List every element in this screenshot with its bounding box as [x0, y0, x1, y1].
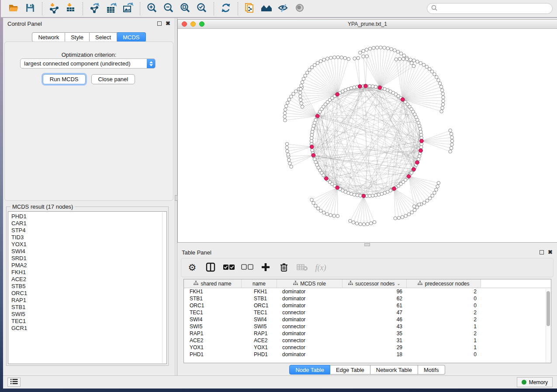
- select-all-button[interactable]: [223, 261, 235, 274]
- search-input[interactable]: [438, 6, 549, 12]
- tab-network-table[interactable]: Network Table: [370, 365, 418, 375]
- window-close-traffic-light[interactable]: [182, 21, 187, 27]
- table-row[interactable]: SWI5SWI5connector431: [184, 323, 551, 330]
- hide-selected-button[interactable]: [275, 1, 291, 16]
- mcds-result-list[interactable]: PHD1CAR1STP4TID3YOX1SWI4SRD1PMA2FKH1ACE2…: [8, 211, 167, 364]
- tab-node-table[interactable]: Node Table: [289, 365, 330, 375]
- floppy-disk-icon: [25, 3, 35, 14]
- optimization-criterion-select[interactable]: largest connected component (undirected): [20, 58, 156, 69]
- mcds-result-item[interactable]: GCR1: [11, 325, 166, 332]
- columns-icon: [205, 262, 216, 274]
- table-row[interactable]: YOX1YOX1connector291: [184, 344, 551, 351]
- table-row[interactable]: FKH1FKH1dominator962: [184, 288, 551, 295]
- table-cell: 1: [407, 337, 481, 344]
- table-row[interactable]: SWI4SWI4dominator462: [184, 316, 551, 323]
- mcds-result-item[interactable]: STB5: [11, 283, 166, 290]
- network-canvas[interactable]: [178, 29, 557, 242]
- apply-layout-button[interactable]: [218, 1, 234, 16]
- import-network-button[interactable]: [46, 1, 62, 16]
- table-tabs: Node TableEdge TableNetwork TableMotifs: [177, 365, 557, 375]
- sort-indicator-icon: ⌄: [397, 281, 400, 286]
- mcds-result-item[interactable]: SWI4: [11, 248, 166, 255]
- horizontal-splitter-grip[interactable]: [364, 243, 370, 246]
- close-panel-button[interactable]: Close panel: [91, 74, 135, 84]
- column-header-MCDS-role[interactable]: MCDS role: [277, 279, 343, 288]
- tab-select[interactable]: Select: [90, 32, 117, 42]
- first-neighbors-button[interactable]: [258, 1, 275, 16]
- mcds-result-item[interactable]: TID3: [11, 234, 166, 241]
- column-header-name[interactable]: name: [242, 279, 277, 288]
- mcds-result-item[interactable]: YOX1: [11, 241, 166, 248]
- add-column-button[interactable]: [260, 261, 271, 274]
- mcds-result-item[interactable]: STP4: [11, 227, 166, 234]
- table-cell: RAP1: [184, 330, 242, 337]
- table-cell: 2: [407, 330, 481, 337]
- float-panel-icon[interactable]: [157, 21, 162, 26]
- save-session-button[interactable]: [22, 1, 38, 16]
- table-row[interactable]: TEC1TEC1connector472: [184, 309, 551, 316]
- column-header-shared-name[interactable]: shared name: [184, 279, 242, 288]
- zoom-out-button[interactable]: [160, 1, 177, 16]
- task-history-button[interactable]: [7, 378, 21, 387]
- float-panel-icon[interactable]: [540, 250, 544, 254]
- table-scrollbar-track[interactable]: [546, 289, 550, 362]
- table-row[interactable]: RAP1RAP1dominator352: [184, 330, 551, 337]
- tab-network[interactable]: Network: [32, 32, 65, 42]
- close-panel-icon[interactable]: ✖: [166, 21, 170, 26]
- deselect-all-button[interactable]: [242, 261, 253, 274]
- open-file-button[interactable]: [5, 1, 22, 16]
- mcds-result-item[interactable]: ORC1: [11, 290, 166, 297]
- zoom-selected-button[interactable]: [194, 1, 210, 16]
- export-table-button[interactable]: [103, 1, 120, 16]
- table-row[interactable]: ORC1ORC1dominator610: [184, 302, 551, 309]
- column-header-successor-nodes[interactable]: successor nodes⌄: [343, 279, 407, 288]
- table-row[interactable]: ACE2ACE2connector311: [184, 337, 551, 344]
- table-settings-button[interactable]: ⚙: [187, 261, 198, 274]
- tab-motifs[interactable]: Motifs: [418, 365, 445, 375]
- horizontal-splitter[interactable]: [177, 243, 557, 247]
- export-network-button[interactable]: [86, 1, 103, 16]
- new-network-from-selection-button[interactable]: [242, 1, 258, 16]
- mcds-result-item[interactable]: RAP1: [11, 297, 166, 304]
- export-image-button[interactable]: [120, 1, 136, 16]
- run-mcds-button[interactable]: Run MCDS: [43, 74, 86, 84]
- function-builder-button[interactable]: f(x): [315, 261, 326, 274]
- mcds-result-item[interactable]: PMA2: [11, 262, 166, 269]
- table-cell: 47: [343, 309, 407, 316]
- show-all-button[interactable]: [291, 1, 308, 16]
- search-field[interactable]: [427, 3, 553, 14]
- tab-edge-table[interactable]: Edge Table: [330, 365, 370, 375]
- mcds-result-item[interactable]: STB1: [11, 304, 166, 311]
- delete-columns-button[interactable]: [278, 261, 290, 274]
- column-header-predecessor-nodes[interactable]: predecessor nodes: [407, 279, 481, 288]
- table-cell: STB1: [242, 296, 277, 302]
- table-row[interactable]: PHD1PHD1dominator180: [184, 351, 551, 358]
- table-cell: 61: [343, 303, 407, 309]
- table-scrollbar-thumb[interactable]: [547, 291, 550, 326]
- window-minimize-traffic-light[interactable]: [190, 21, 196, 27]
- memory-button[interactable]: Memory: [517, 377, 553, 387]
- window-zoom-traffic-light[interactable]: [199, 21, 204, 27]
- table-header-row: shared namenameMCDS rolesuccessor nodes⌄…: [184, 279, 551, 288]
- mcds-result-item[interactable]: CAR1: [11, 220, 166, 227]
- split-view-button[interactable]: [205, 261, 216, 274]
- mcds-result-item[interactable]: TEC1: [11, 318, 166, 325]
- mcds-result-item[interactable]: PHD1: [11, 213, 166, 220]
- zoom-fit-button[interactable]: [177, 1, 194, 16]
- table-row[interactable]: STB1STB1dominator620: [184, 295, 551, 302]
- result-scrollbar-track[interactable]: [162, 212, 163, 363]
- mcds-result-item[interactable]: FKH1: [11, 269, 166, 276]
- delete-table-button[interactable]: [297, 261, 308, 274]
- mcds-result-item[interactable]: SRD1: [11, 255, 166, 262]
- zoom-in-button[interactable]: [144, 1, 160, 16]
- tab-style[interactable]: Style: [65, 32, 90, 42]
- first-neighbors-icon: [260, 3, 273, 14]
- mcds-result-item[interactable]: ACE2: [11, 276, 166, 283]
- table-cell: dominator: [277, 289, 343, 295]
- table-cell: dominator: [277, 330, 343, 337]
- import-table-button[interactable]: [62, 1, 79, 16]
- tab-mcds[interactable]: MCDS: [117, 32, 145, 42]
- mcds-result-item[interactable]: SWI5: [11, 311, 166, 318]
- close-panel-icon[interactable]: ✖: [548, 250, 553, 254]
- network-graph[interactable]: [178, 29, 557, 242]
